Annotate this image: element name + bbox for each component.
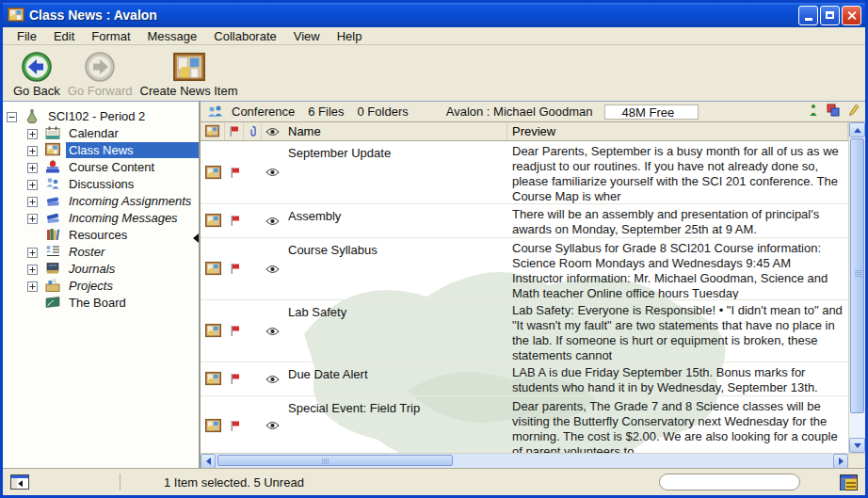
- expand-expander-icon[interactable]: [27, 281, 38, 291]
- sidebar-item-projects[interactable]: Projects: [3, 277, 199, 294]
- scroll-down-button[interactable]: [849, 438, 865, 453]
- resources-icon: [45, 227, 61, 242]
- app-window: Class News : Avalon File Edit Format Mes…: [0, 0, 868, 498]
- sidebar-item-label: Incoming Assignments: [66, 193, 199, 209]
- expand-expander-icon[interactable]: [27, 128, 38, 138]
- toggle-panel-button[interactable]: [10, 474, 29, 490]
- item-type-icon: [205, 124, 219, 138]
- sidebar-item-the-board[interactable]: The Board: [3, 294, 199, 311]
- sidebar-item-incoming-assignments[interactable]: Incoming Assignments: [3, 192, 199, 209]
- menu-file[interactable]: File: [8, 28, 45, 44]
- news-item-preview: LAB A is due Friday September 15th. Bonu…: [507, 362, 848, 395]
- sidebar-item-sci102[interactable]: SCI102 - Period 2: [3, 107, 199, 124]
- maximize-button[interactable]: [820, 6, 840, 25]
- flag-icon: [225, 362, 244, 395]
- go-back-label: Go Back: [13, 84, 60, 98]
- news-item-row[interactable]: Due Date Alert LAB A is due Friday Septe…: [201, 362, 848, 396]
- news-item-row[interactable]: Special Event: Field Trip Dear parents, …: [201, 396, 848, 453]
- news-item-row[interactable]: Course Syllabus Course Syllabus for Grad…: [201, 238, 848, 300]
- create-news-item-button[interactable]: Create News Item: [137, 49, 241, 99]
- vertical-scrollbar[interactable]: [848, 122, 865, 453]
- news-item-row[interactable]: Lab Safety Lab Safety: Everyone is Respo…: [201, 300, 848, 362]
- news-item-preview: There will be an assembly and presentati…: [507, 204, 848, 237]
- eye-icon: [265, 127, 280, 137]
- menu-format[interactable]: Format: [83, 28, 138, 44]
- go-back-icon: [21, 50, 53, 83]
- attachment-cell: [244, 362, 262, 395]
- sidebar-item-label: Resources: [66, 227, 199, 243]
- create-news-item-label: Create News Item: [140, 84, 238, 98]
- expand-expander-icon[interactable]: [27, 264, 38, 274]
- unread-eye-icon: [262, 362, 283, 395]
- expand-expander-icon[interactable]: [27, 145, 38, 155]
- sidebar-item-roster[interactable]: Roster: [3, 243, 199, 260]
- discussions-icon: [45, 176, 61, 191]
- column-flag[interactable]: [225, 122, 244, 140]
- scroll-up-button[interactable]: [849, 122, 865, 137]
- sidebar-item-calendar[interactable]: Calendar: [3, 124, 199, 141]
- view-layers-icon[interactable]: [827, 104, 840, 120]
- paperclip-icon: [249, 125, 257, 137]
- horizontal-scrollbar[interactable]: [201, 453, 865, 468]
- projects-icon: [45, 278, 61, 293]
- news-item-row[interactable]: Assembly There will be an assembly and p…: [201, 204, 848, 238]
- news-item-row[interactable]: September Update Dear Parents, September…: [201, 141, 848, 204]
- column-preview[interactable]: Preview: [507, 122, 848, 140]
- create-news-item-icon: [173, 50, 205, 83]
- scroll-right-button[interactable]: [833, 454, 848, 469]
- horizontal-scroll-track[interactable]: [216, 454, 833, 468]
- expand-expander-icon[interactable]: [27, 213, 38, 223]
- messages-icon: [45, 210, 61, 225]
- news-item-name: Course Syllabus: [283, 238, 507, 299]
- conference-label: Conference: [232, 104, 295, 119]
- expand-expander-icon[interactable]: [27, 162, 38, 172]
- news-item-name: Due Date Alert: [283, 362, 507, 395]
- flag-icon: [225, 300, 244, 361]
- conference-owner: Avalon : Michael Goodman: [446, 104, 593, 119]
- column-name[interactable]: Name: [283, 122, 507, 140]
- flag-icon: [225, 238, 244, 299]
- title-bar: Class News : Avalon: [3, 3, 865, 27]
- column-item-type[interactable]: [201, 122, 225, 140]
- quick-search-input[interactable]: [659, 474, 800, 490]
- menu-message[interactable]: Message: [139, 28, 206, 44]
- sidebar-collapse-handle-icon[interactable]: [193, 233, 199, 243]
- expand-expander-icon[interactable]: [27, 179, 38, 189]
- sidebar-item-course-content[interactable]: Course Content: [3, 158, 199, 175]
- column-unread[interactable]: [262, 122, 283, 140]
- vertical-scroll-thumb[interactable]: [850, 138, 864, 413]
- conference-info-bar: Conference 6 Files 0 Folders Avalon : Mi…: [201, 102, 865, 122]
- minimize-icon: [805, 18, 812, 21]
- column-attachment[interactable]: [244, 122, 262, 140]
- layout-view-button[interactable]: [840, 474, 858, 490]
- go-back-button[interactable]: Go Back: [10, 49, 63, 99]
- calendar-icon: [45, 125, 61, 140]
- arrow-up-icon: [854, 128, 861, 133]
- maximize-icon: [826, 11, 834, 19]
- flag-icon: [229, 125, 239, 137]
- close-icon: [846, 10, 857, 21]
- expand-expander-icon[interactable]: [27, 247, 38, 257]
- menu-view[interactable]: View: [285, 28, 329, 44]
- sidebar-item-resources[interactable]: Resources: [3, 226, 199, 243]
- minimize-button[interactable]: [798, 6, 818, 25]
- conference-icon: [206, 104, 225, 120]
- sidebar-item-discussions[interactable]: Discussions: [3, 175, 199, 192]
- permissions-person-icon[interactable]: [809, 104, 818, 120]
- collapse-expander-icon[interactable]: [7, 111, 17, 121]
- sidebar-item-label: Course Content: [66, 159, 199, 175]
- edit-pencil-icon[interactable]: [848, 104, 860, 120]
- sidebar-item-journals[interactable]: Journals: [3, 260, 199, 277]
- close-button[interactable]: [842, 6, 861, 25]
- go-forward-icon: [84, 50, 116, 83]
- menu-collaborate[interactable]: Collaborate: [205, 28, 285, 44]
- scroll-left-button[interactable]: [201, 454, 216, 469]
- news-item-name: Lab Safety: [283, 300, 507, 361]
- expand-expander-icon[interactable]: [27, 196, 38, 206]
- menu-edit[interactable]: Edit: [45, 28, 83, 44]
- sidebar-item-incoming-messages[interactable]: Incoming Messages: [3, 209, 199, 226]
- menu-help[interactable]: Help: [329, 28, 371, 44]
- horizontal-scroll-thumb[interactable]: [217, 455, 453, 466]
- sidebar-item-class-news[interactable]: Class News: [3, 141, 199, 158]
- go-forward-button[interactable]: Go Forward: [65, 49, 136, 99]
